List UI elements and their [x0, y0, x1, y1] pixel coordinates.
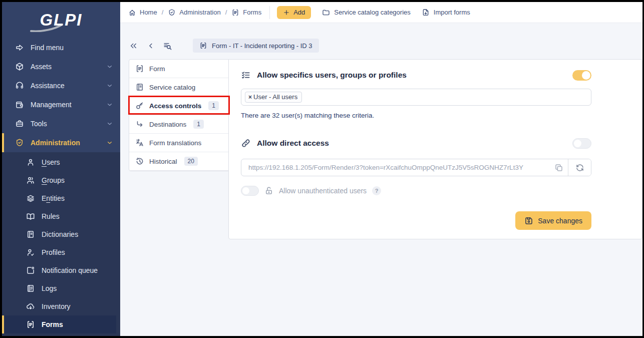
language-icon — [135, 138, 144, 147]
arrow-big-right-icon — [15, 43, 24, 52]
save-changes-button[interactable]: Save changes — [515, 211, 591, 230]
sidebar-item-inventory[interactable]: Inventory — [2, 297, 120, 315]
tab-form[interactable]: Form — [129, 60, 228, 78]
object-toolbar: Form - IT - Incident reporting - ID 3 — [129, 39, 642, 53]
help-icon[interactable]: ? — [372, 186, 381, 195]
top-header: Home / Administration / Forms Add — [120, 2, 642, 23]
user-check-icon — [26, 248, 35, 257]
link-icon — [241, 138, 251, 148]
tab-label: Access controls — [149, 102, 201, 110]
sidebar-item-management[interactable]: Management — [2, 95, 120, 114]
previous-item-button[interactable] — [146, 41, 155, 51]
chevron-left-icon — [146, 41, 155, 51]
form-icon — [26, 320, 35, 329]
chevron-down-icon — [106, 101, 113, 108]
tab-label: Form translations — [149, 139, 201, 147]
user-icon — [26, 158, 35, 167]
allow-unauthenticated-toggle[interactable] — [241, 186, 259, 196]
breadcrumb-administration[interactable]: Administration — [168, 9, 220, 17]
unauthenticated-row: Allow unauthenticated users ? — [241, 185, 591, 196]
remove-tag-icon[interactable]: × — [248, 94, 252, 101]
sidebar-item-administration[interactable]: Administration — [2, 133, 120, 152]
allow-unauthenticated-label: Allow unauthenticated users — [279, 187, 367, 195]
book-icon — [26, 212, 35, 221]
collapse-all-button[interactable] — [129, 41, 138, 51]
headset-icon — [15, 81, 24, 90]
direct-access-toggle[interactable] — [572, 138, 591, 149]
logo-text: GLPI — [40, 11, 82, 30]
sidebar-item-logs[interactable]: Logs — [2, 279, 120, 297]
selected-tag: × User - All users — [245, 92, 302, 103]
administration-submenu: Users Groups Entities Rules Dictionaries… — [2, 152, 120, 336]
glpi-logo[interactable]: GLPI — [2, 2, 120, 38]
box-icon — [15, 62, 24, 71]
allow-specific-toggle[interactable] — [572, 70, 591, 81]
list-check-icon — [241, 70, 251, 80]
sidebar-item-label: Assets — [31, 63, 52, 71]
tab-label: Form — [149, 65, 165, 73]
shield-icon — [168, 9, 176, 17]
list-search-button[interactable] — [163, 41, 172, 51]
section-title: Allow specifics users, groups or profile… — [257, 71, 407, 80]
file-import-icon — [422, 9, 430, 17]
sidebar-item-assets[interactable]: Assets — [2, 57, 120, 76]
list-search-icon — [163, 41, 172, 51]
sidebar-item-dictionaries[interactable]: Dictionaries — [2, 225, 120, 243]
form-icon — [135, 64, 144, 73]
add-button[interactable]: Add — [277, 6, 311, 19]
chevron-down-icon — [106, 82, 113, 89]
sidebar-item-profiles[interactable]: Profiles — [2, 243, 120, 261]
object-title: Form - IT - Incident reporting - ID 3 — [212, 42, 312, 50]
sidebar-item-groups[interactable]: Groups — [2, 171, 120, 189]
sidebar-item-label: Groups — [42, 176, 65, 184]
sidebar-item-label: Find menu — [31, 44, 64, 52]
tab-access-controls[interactable]: Access controls 1 — [129, 97, 228, 115]
tab-historical[interactable]: Historical 20 — [129, 152, 228, 171]
sidebar-item-label: Dictionaries — [42, 230, 78, 238]
allowed-users-input[interactable]: × User - All users — [241, 89, 591, 106]
sidebar-item-label: Inventory — [42, 302, 71, 310]
sidebar-item-users[interactable]: Users — [2, 153, 120, 171]
arrow-ramp-icon — [135, 120, 144, 129]
form-icon — [199, 42, 207, 50]
tab-form-translations[interactable]: Form translations — [129, 134, 228, 152]
breadcrumb-label: Forms — [243, 9, 261, 16]
sidebar-item-notification-queue[interactable]: Notification queue — [2, 261, 120, 279]
sidebar-item-label: Tools — [31, 120, 47, 128]
sidebar-item-label: Administration — [31, 139, 80, 147]
breadcrumb-separator: / — [225, 9, 227, 16]
sidebar-item-entities[interactable]: Entities — [2, 189, 120, 207]
sidebar-item-tools[interactable]: Tools — [2, 114, 120, 133]
import-forms-button[interactable]: Import forms — [422, 9, 470, 17]
chevron-down-icon — [106, 63, 113, 70]
sidebar-item-rules[interactable]: Rules — [2, 207, 120, 225]
sidebar-item-label: Assistance — [31, 82, 65, 90]
service-catalog-categories-button[interactable]: Service catalog categories — [322, 9, 410, 17]
tab-service-catalog[interactable]: Service catalog — [129, 78, 228, 97]
cloud-download-icon — [26, 302, 35, 311]
breadcrumb-home[interactable]: Home — [128, 9, 157, 17]
sidebar-item-label: Users — [42, 158, 60, 166]
tab-destinations[interactable]: Destinations 1 — [129, 115, 228, 134]
sidebar-item-forms[interactable]: Forms — [2, 315, 116, 333]
sidebar-item-assistance[interactable]: Assistance — [2, 76, 120, 95]
floppy-icon — [524, 216, 533, 225]
sidebar-item-label: Entities — [42, 194, 65, 202]
layers-icon — [26, 194, 35, 203]
main-area: Home / Administration / Forms Add — [120, 2, 642, 336]
breadcrumb: Home / Administration / Forms — [128, 9, 261, 17]
regenerate-token-button[interactable] — [568, 159, 591, 176]
sidebar: GLPI Find menu Assets Assistance Managem… — [2, 2, 120, 336]
sidebar-item-find-menu[interactable]: Find menu — [2, 38, 120, 57]
folder-icon — [322, 9, 330, 17]
wallet-icon — [15, 100, 24, 109]
history-icon — [135, 157, 144, 166]
refresh-icon — [575, 163, 584, 172]
copy-url-button[interactable] — [550, 159, 568, 176]
breadcrumb-forms[interactable]: Forms — [231, 9, 261, 17]
app-window: GLPI Find menu Assets Assistance Managem… — [2, 2, 642, 336]
key-icon — [135, 101, 144, 110]
lock-open-icon — [264, 186, 273, 195]
sidebar-item-label: Rules — [42, 212, 60, 220]
tab-badge: 20 — [184, 157, 198, 166]
